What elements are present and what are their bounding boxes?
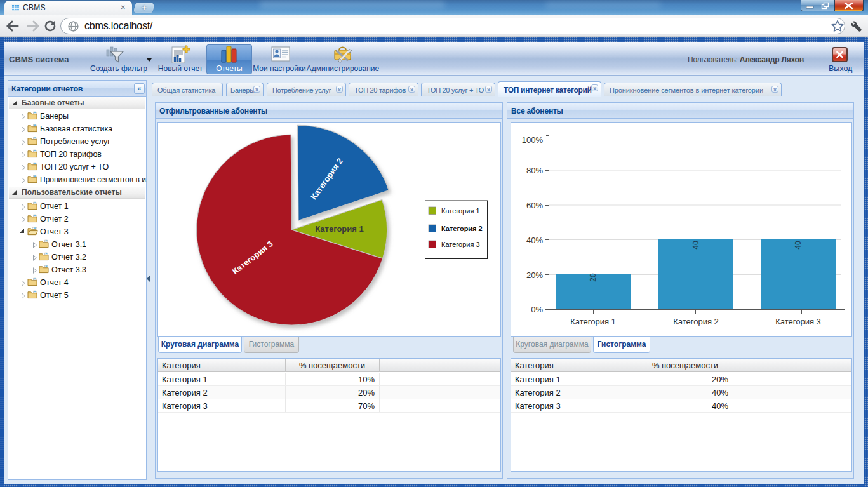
svg-text:20: 20 xyxy=(589,273,598,282)
svg-text:Категория 1: Категория 1 xyxy=(570,317,616,326)
svg-text:0%: 0% xyxy=(531,305,543,314)
svg-text:Категория 2: Категория 2 xyxy=(441,225,483,232)
svg-text:100%: 100% xyxy=(522,135,544,145)
svg-text:20%: 20% xyxy=(526,270,543,280)
svg-text:Категория 1: Категория 1 xyxy=(315,224,363,234)
svg-text:Категория 2: Категория 2 xyxy=(673,317,719,326)
svg-text:40: 40 xyxy=(794,241,803,250)
svg-text:Категория 1: Категория 1 xyxy=(441,207,480,215)
svg-text:40%: 40% xyxy=(526,236,543,245)
svg-text:80%: 80% xyxy=(526,166,543,175)
svg-text:Категория 3: Категория 3 xyxy=(775,317,821,326)
svg-text:Категория 3: Категория 3 xyxy=(441,241,480,248)
svg-text:40: 40 xyxy=(691,241,700,250)
svg-text:60%: 60% xyxy=(526,201,543,210)
